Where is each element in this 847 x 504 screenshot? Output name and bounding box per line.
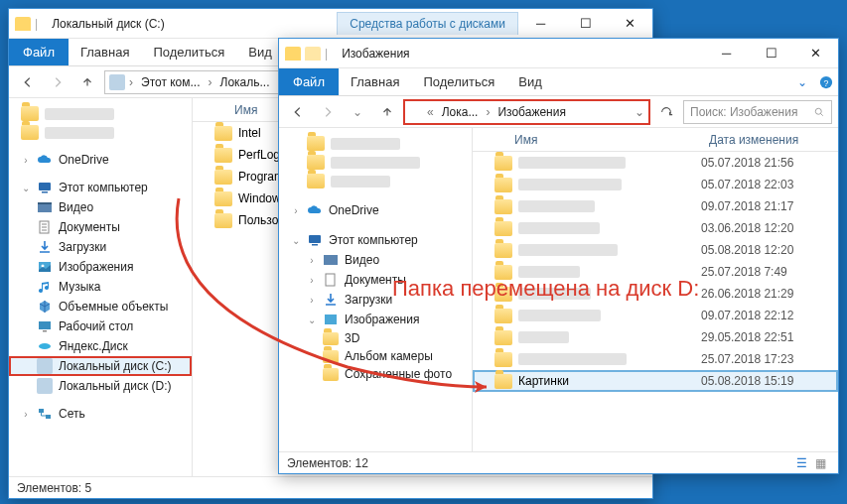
tree-video[interactable]: ›Видео xyxy=(279,250,472,270)
tree-saved-pictures[interactable]: Сохраненные фото xyxy=(279,365,472,383)
folder-icon xyxy=(494,199,512,214)
tab-share[interactable]: Поделиться xyxy=(411,68,506,95)
recent-dropdown[interactable]: ⌄ xyxy=(345,99,370,125)
titlebar[interactable]: | Локальный диск (C:) Средства работы с … xyxy=(9,9,652,39)
tab-view[interactable]: Вид xyxy=(506,68,554,95)
file-menu[interactable]: Файл xyxy=(279,68,339,95)
tab-view[interactable]: Вид xyxy=(236,39,284,65)
titlebar[interactable]: | Изобажения ─ ☐ ✕ xyxy=(279,39,838,68)
tree-this-pc[interactable]: ⌄Этот компьютер xyxy=(279,230,472,250)
tree-yandex-disk[interactable]: Яндекс.Диск xyxy=(9,336,192,356)
ribbon-expand-icon[interactable]: ⌄ xyxy=(790,68,814,95)
list-item[interactable]: 09.07.2018 22:12 xyxy=(473,305,838,326)
folder-icon xyxy=(494,330,512,345)
tree-this-pc[interactable]: ⌄Этот компьютер xyxy=(9,178,192,197)
list-item[interactable]: Картинки05.08.2018 15:19 xyxy=(473,370,838,392)
list-item[interactable]: 09.07.2018 21:17 xyxy=(473,195,838,217)
tab-home[interactable]: Главная xyxy=(339,68,411,95)
breadcrumb[interactable]: Этот ком... xyxy=(137,75,205,89)
forward-button[interactable] xyxy=(45,69,71,95)
tree-documents[interactable]: ›Документы xyxy=(279,270,472,290)
images-icon xyxy=(323,312,339,327)
folder-icon xyxy=(214,191,232,206)
tree-desktop[interactable]: Рабочий стол xyxy=(9,316,192,336)
tree-blur-item[interactable] xyxy=(9,104,192,123)
address-bar[interactable]: « Лока... › Изобажения ⌄ xyxy=(404,100,649,124)
tree-images[interactable]: Изображения xyxy=(9,257,192,277)
folder-icon xyxy=(214,148,232,163)
list-item[interactable]: 26.06.2018 21:29 xyxy=(473,283,838,305)
expand-caret-icon[interactable]: › xyxy=(21,155,31,166)
tree-onedrive[interactable]: ›OneDrive xyxy=(9,150,192,170)
minimize-button[interactable]: ─ xyxy=(704,39,749,68)
cube-icon xyxy=(37,299,53,315)
view-details-icon[interactable]: ☰ xyxy=(792,456,811,470)
tree-blur-item[interactable] xyxy=(279,153,472,172)
breadcrumb[interactable]: Лока... xyxy=(438,105,483,119)
search-input[interactable]: Поиск: Изобажения xyxy=(683,100,832,124)
tree-images[interactable]: ⌄Изображения xyxy=(279,310,472,329)
list-item[interactable]: 25.07.2018 7:49 xyxy=(473,261,838,283)
quick-access-toolbar: | xyxy=(279,47,334,61)
qat-separator: | xyxy=(35,17,38,31)
contextual-tab-disk-tools[interactable]: Средства работы с дисками xyxy=(337,12,518,35)
chevron-down-icon[interactable]: ⌄ xyxy=(635,105,644,119)
folder-icon xyxy=(214,126,232,141)
col-date[interactable]: Дата изменения xyxy=(709,133,838,147)
tree-camera-roll[interactable]: Альбом камеры xyxy=(279,347,472,365)
maximize-button[interactable]: ☐ xyxy=(563,9,608,39)
collapse-caret-icon[interactable]: ⌄ xyxy=(291,235,301,246)
breadcrumb[interactable]: Изобажения xyxy=(494,105,569,119)
expand-caret-icon[interactable]: › xyxy=(21,409,31,420)
tree-downloads[interactable]: ›Загрузки xyxy=(279,290,472,310)
help-icon[interactable]: ? xyxy=(814,68,838,95)
back-button[interactable] xyxy=(285,99,311,125)
close-button[interactable]: ✕ xyxy=(608,9,652,39)
documents-icon xyxy=(37,219,53,235)
tree-downloads[interactable]: Загрузки xyxy=(9,237,192,257)
file-menu[interactable]: Файл xyxy=(9,39,69,65)
tree-music[interactable]: Музыка xyxy=(9,277,192,297)
column-headers[interactable]: Имя Дата изменения xyxy=(473,128,838,152)
back-button[interactable] xyxy=(15,69,41,95)
collapse-caret-icon[interactable]: ⌄ xyxy=(21,183,31,193)
list-item[interactable]: 25.07.2018 17:23 xyxy=(473,348,838,370)
collapse-caret-icon[interactable]: ⌄ xyxy=(307,315,317,325)
tree-3d[interactable]: 3D xyxy=(279,329,472,347)
list-item[interactable]: 03.06.2018 12:20 xyxy=(473,217,838,239)
up-button[interactable] xyxy=(74,69,100,95)
list-item[interactable]: 05.08.2018 12:20 xyxy=(473,239,838,261)
tab-home[interactable]: Главная xyxy=(69,39,141,65)
tree-3d-objects[interactable]: Объемные объекты xyxy=(9,297,192,316)
tree-network[interactable]: ›Сеть xyxy=(9,404,192,424)
folder-icon xyxy=(494,309,512,323)
tab-share[interactable]: Поделиться xyxy=(141,39,236,65)
breadcrumb[interactable]: Локаль... xyxy=(216,75,274,89)
col-name[interactable]: Имя xyxy=(473,133,709,147)
tree-blur-item[interactable] xyxy=(279,172,472,190)
list-item[interactable]: 05.07.2018 21:56 xyxy=(473,152,838,174)
tree-blur-item[interactable] xyxy=(9,123,192,142)
minimize-button[interactable]: ─ xyxy=(518,9,563,39)
nav-tree[interactable]: ›OneDrive ⌄Этот компьютер Видео Документ… xyxy=(9,98,193,476)
list-item[interactable]: 05.07.2018 22:03 xyxy=(473,174,838,195)
forward-button[interactable] xyxy=(315,99,341,125)
tree-local-disk-d[interactable]: Локальный диск (D:) xyxy=(9,376,192,396)
tree-documents[interactable]: Документы xyxy=(9,217,192,237)
tree-video[interactable]: Видео xyxy=(9,197,192,217)
maximize-button[interactable]: ☐ xyxy=(749,39,793,68)
expand-caret-icon[interactable]: › xyxy=(291,205,301,216)
file-list[interactable]: 05.07.2018 21:5605.07.2018 22:0309.07.20… xyxy=(473,152,838,451)
refresh-button[interactable] xyxy=(653,99,679,125)
tree-local-disk-c[interactable]: Локальный диск (C:) xyxy=(9,356,192,376)
list-item[interactable]: 29.05.2018 22:51 xyxy=(473,326,838,348)
tree-blur-item[interactable] xyxy=(279,134,472,153)
tree-onedrive[interactable]: ›OneDrive xyxy=(279,200,472,220)
svg-rect-17 xyxy=(324,255,338,265)
nav-tree[interactable]: ›OneDrive ⌄Этот компьютер ›Видео ›Докуме… xyxy=(279,128,473,451)
status-bar: Элементов: 12 ☰ ▦ xyxy=(279,451,838,473)
view-icons-icon[interactable]: ▦ xyxy=(811,456,830,470)
close-button[interactable]: ✕ xyxy=(793,39,838,68)
onedrive-icon xyxy=(37,152,53,168)
up-button[interactable] xyxy=(374,99,400,125)
